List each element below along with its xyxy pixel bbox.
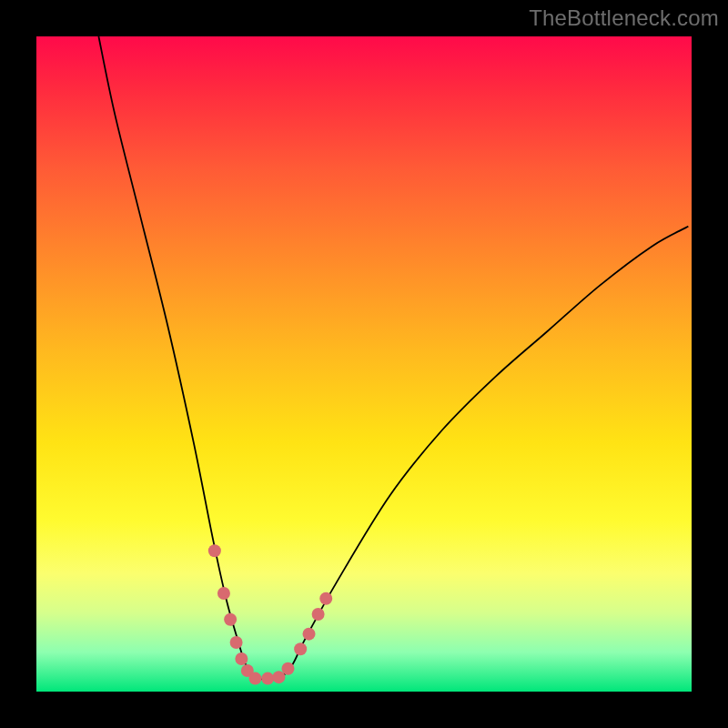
curve-marker (303, 628, 316, 641)
chart-frame: TheBottleneck.com (0, 0, 728, 728)
plot-area (36, 36, 692, 692)
curve-marker (261, 672, 274, 685)
curve-svg (36, 36, 692, 692)
bottleneck-curve (98, 36, 688, 680)
curve-marker (248, 672, 261, 685)
curve-marker (319, 592, 332, 605)
curve-marker (224, 613, 237, 626)
curve-marker (294, 642, 307, 655)
curve-marker (312, 608, 325, 621)
watermark-text: TheBottleneck.com (529, 5, 719, 31)
marker-group (208, 544, 332, 684)
curve-marker (217, 587, 230, 600)
curve-marker (281, 662, 294, 675)
curve-marker (235, 652, 248, 665)
curve-marker (230, 636, 243, 649)
curve-marker (208, 544, 221, 557)
